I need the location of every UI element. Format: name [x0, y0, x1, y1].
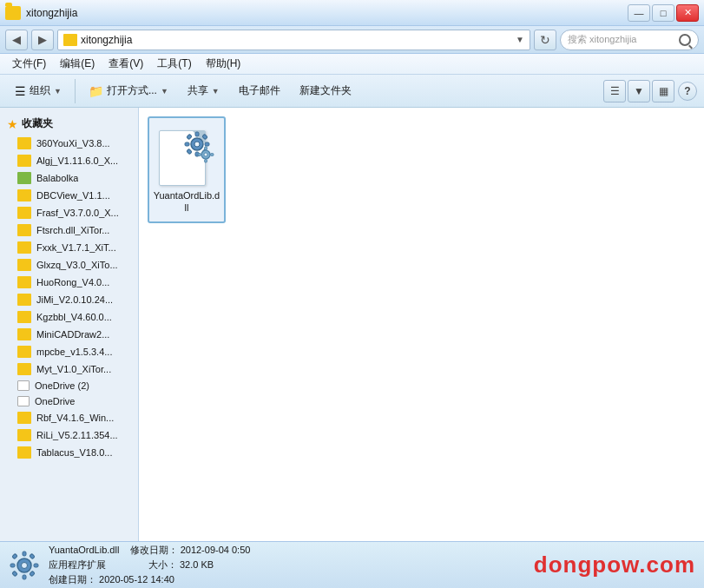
refresh-button[interactable]: ↻: [534, 30, 556, 50]
search-placeholder: 搜索 xitongzhijia: [568, 33, 675, 46]
view-change-button[interactable]: ☰: [603, 80, 626, 102]
svg-rect-5: [205, 142, 209, 146]
status-created-value: 2020-05-12 14:40: [99, 574, 174, 585]
share-button[interactable]: 共享 ▼: [180, 79, 227, 102]
organize-button[interactable]: ☰ 组织 ▼: [7, 79, 69, 102]
sidebar-item-6[interactable]: Fxxk_V1.7.1_XiT...: [0, 239, 138, 256]
folder-icon-5: [17, 224, 31, 236]
sidebar-item-9[interactable]: JiMi_V2.0.10.24...: [0, 291, 138, 308]
svg-rect-15: [211, 154, 214, 156]
help-button[interactable]: ?: [678, 82, 697, 101]
sidebar-item-0[interactable]: 360YouXi_V3.8...: [0, 135, 138, 152]
sidebar-item-label-12: mpcbe_v1.5.3.4...: [36, 347, 112, 357]
sidebar-item-label-13: Myt_V1.0_XiTor...: [36, 364, 111, 374]
sidebar-item-label-1: Algj_V1.11.6.0_X...: [36, 155, 118, 166]
sidebar-item-7[interactable]: Glxzq_V3.0_XiTo...: [0, 256, 138, 274]
sidebar-favorites-header[interactable]: ★ 收藏夹: [0, 113, 138, 135]
preview-pane-button[interactable]: ▦: [652, 80, 674, 102]
sidebar-item-8[interactable]: HuoRong_V4.0...: [0, 274, 138, 291]
menu-bar: 文件(F) 编辑(E) 查看(V) 工具(T) 帮助(H): [0, 54, 704, 75]
svg-rect-12: [205, 147, 207, 150]
toolbar-separator-1: [75, 79, 76, 103]
maximize-button[interactable]: □: [652, 4, 674, 22]
search-icon[interactable]: [679, 34, 691, 46]
sidebar-item-18[interactable]: Tablacus_V18.0...: [0, 444, 138, 461]
forward-button[interactable]: ▶: [31, 30, 54, 50]
sidebar-item-label-6: Fxxk_V1.7.1_XiT...: [36, 242, 116, 253]
folder-icon-11: [17, 328, 31, 340]
menu-view[interactable]: 查看(V): [102, 55, 150, 73]
share-arrow: ▼: [212, 87, 220, 96]
sidebar-item-16[interactable]: Rbf_V4.1.6_Win...: [0, 409, 138, 426]
sidebar-favorites-label: 收藏夹: [22, 116, 53, 131]
minimize-button[interactable]: —: [628, 4, 650, 22]
organize-icon: ☰: [15, 84, 26, 98]
sidebar-item-label-2: Balabolka: [36, 173, 78, 183]
sidebar-item-13[interactable]: Myt_V1.0_XiTor...: [0, 360, 138, 378]
dll-gear-icon: [176, 127, 214, 171]
sidebar-item-label-4: Frasf_V3.7.0.0_X...: [36, 208, 119, 218]
address-value: xitongzhijia: [81, 34, 512, 46]
email-label: 电子邮件: [239, 83, 280, 98]
sidebar-item-label-3: DBCView_V1.1...: [36, 190, 110, 201]
sidebar-item-label-14: OneDrive (2): [35, 380, 89, 391]
svg-rect-24: [12, 571, 17, 576]
svg-rect-8: [187, 149, 192, 154]
sidebar-item-14[interactable]: OneDrive (2): [0, 378, 138, 393]
address-input[interactable]: xitongzhijia ▼: [57, 30, 530, 50]
title-bar: xitongzhijia — □ ✕: [0, 0, 704, 26]
search-box[interactable]: 搜索 xitongzhijia: [560, 30, 699, 50]
sidebar-item-label-9: JiMi_V2.0.10.24...: [36, 294, 113, 305]
folder-icon-4: [17, 207, 31, 219]
folder-icon-16: [17, 412, 31, 424]
file-area: YuantaOrdLib.dll: [139, 108, 704, 541]
folder-icon-9: [17, 294, 31, 306]
open-button[interactable]: 📁 打开方式... ▼: [81, 79, 176, 102]
status-line-2: 应用程序扩展 大小： 32.0 KB: [49, 558, 250, 571]
sidebar-item-11[interactable]: MiniCADDraw2...: [0, 326, 138, 343]
title-folder-icon: [5, 6, 21, 20]
folder-icon-12: [17, 346, 31, 358]
new-folder-button[interactable]: 新建文件夹: [292, 79, 359, 102]
address-dropdown-arrow[interactable]: ▼: [516, 35, 524, 44]
file-yuantaordlib[interactable]: YuantaOrdLib.dll: [148, 116, 226, 223]
main-content: ★ 收藏夹 360YouXi_V3.8... Algj_V1.11.6.0_X.…: [0, 108, 704, 541]
menu-edit[interactable]: 编辑(E): [53, 55, 102, 73]
sidebar-item-17[interactable]: RiLi_V5.2.11.354...: [0, 426, 138, 444]
back-button[interactable]: ◀: [5, 30, 28, 50]
folder-icon-6: [17, 241, 31, 254]
sidebar-item-15[interactable]: OneDrive: [0, 393, 138, 409]
menu-tools[interactable]: 工具(T): [150, 55, 198, 73]
svg-rect-25: [30, 571, 35, 576]
svg-rect-4: [185, 142, 189, 146]
status-type: 应用程序扩展: [49, 559, 106, 570]
sidebar-item-10[interactable]: Kgzbbl_V4.60.0...: [0, 308, 138, 326]
svg-rect-19: [23, 575, 26, 579]
folder-icon-0: [17, 137, 31, 149]
folder-icon-3: [17, 189, 31, 202]
address-folder-icon: [63, 34, 77, 46]
svg-rect-14: [198, 154, 201, 156]
dll-icon: [159, 125, 214, 186]
close-button[interactable]: ✕: [676, 4, 699, 22]
svg-point-11: [204, 153, 207, 156]
view-dropdown-button[interactable]: ▼: [628, 80, 650, 102]
sidebar-item-1[interactable]: Algj_V1.11.6.0_X...: [0, 152, 138, 169]
status-info: YuantaOrdLib.dll 修改日期： 2012-09-04 0:50 应…: [49, 544, 250, 586]
menu-file[interactable]: 文件(F): [5, 55, 53, 73]
sidebar-item-5[interactable]: Ftsrch.dll_XiTor...: [0, 221, 138, 239]
email-button[interactable]: 电子邮件: [231, 79, 288, 102]
menu-help[interactable]: 帮助(H): [199, 55, 248, 73]
sidebar-item-label-18: Tablacus_V18.0...: [36, 447, 112, 458]
svg-rect-6: [187, 134, 192, 139]
sidebar-item-3[interactable]: DBCView_V1.1...: [0, 187, 138, 204]
sidebar-item-2[interactable]: Balabolka: [0, 169, 138, 187]
status-gear-icon: [9, 550, 40, 581]
status-size-value: 32.0 KB: [180, 559, 214, 570]
organize-arrow: ▼: [54, 87, 62, 96]
onedrive-icon-15: [17, 396, 30, 406]
sidebar-item-4[interactable]: Frasf_V3.7.0.0_X...: [0, 204, 138, 221]
sidebar-item-label-11: MiniCADDraw2...: [36, 329, 109, 340]
sidebar-item-12[interactable]: mpcbe_v1.5.3.4...: [0, 343, 138, 360]
open-label: 打开方式...: [107, 83, 157, 98]
